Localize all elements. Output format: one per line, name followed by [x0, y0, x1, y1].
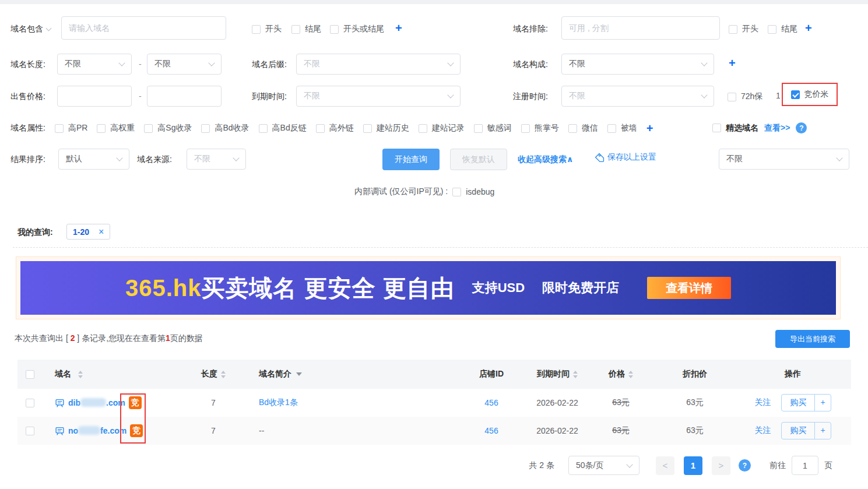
follow-link[interactable]: 关注: [754, 397, 771, 408]
close-icon[interactable]: ×: [99, 227, 104, 237]
prev-page-button[interactable]: <: [656, 456, 674, 475]
view-featured-link[interactable]: 查看>>: [764, 123, 790, 133]
price-min-input[interactable]: [57, 86, 132, 107]
checkbox-box[interactable]: [97, 124, 106, 133]
follow-link[interactable]: 关注: [754, 425, 771, 436]
checkbox-box[interactable]: [712, 124, 721, 132]
checkbox-box[interactable]: [55, 124, 64, 133]
checkbox-box[interactable]: [259, 124, 268, 133]
checkbox-box[interactable]: [363, 124, 372, 133]
checkbox-contain-startend[interactable]: 开头或结尾: [330, 24, 384, 34]
domain-exclude-input[interactable]: [561, 16, 720, 40]
help-icon[interactable]: ?: [739, 459, 751, 472]
add-exclude-condition-button[interactable]: +: [805, 22, 812, 34]
checkbox-attr-site-record[interactable]: 建站记录: [419, 123, 465, 133]
price-max-input[interactable]: [147, 86, 222, 107]
length-max-select[interactable]: 不限: [147, 54, 222, 75]
header-intro[interactable]: 域名简介: [243, 369, 455, 379]
checkbox-attr-blocked[interactable]: 被墙: [607, 123, 637, 133]
banner-cta-button[interactable]: 查看详情: [647, 277, 731, 299]
filter-dropdown-icon[interactable]: [296, 372, 302, 376]
shop-id-link[interactable]: 456: [484, 398, 498, 407]
checkbox-box[interactable]: [252, 25, 261, 34]
checkbox-attr-wechat[interactable]: 微信: [568, 123, 598, 133]
buy-button[interactable]: 购买: [782, 423, 814, 439]
checkbox-box[interactable]: [568, 124, 577, 133]
header-price[interactable]: 价格: [586, 369, 655, 379]
intro-link[interactable]: Bd收录1条: [259, 397, 298, 408]
export-button[interactable]: 导出当前搜索: [775, 330, 850, 348]
add-compose-condition-button[interactable]: +: [729, 57, 736, 69]
regtime-select[interactable]: 不限: [561, 86, 714, 107]
shop-id-link[interactable]: 456: [484, 426, 498, 435]
domain-link[interactable]: dib.com: [68, 398, 125, 407]
checkbox-box[interactable]: [144, 124, 153, 133]
checkbox-box[interactable]: [201, 124, 210, 133]
checkbox-exclude-start[interactable]: 开头: [729, 24, 758, 34]
source-select[interactable]: 不限: [187, 149, 246, 170]
row-checkbox[interactable]: [26, 427, 34, 435]
header-domain[interactable]: 域名: [44, 369, 184, 379]
checkbox-contain-start[interactable]: 开头: [252, 24, 282, 34]
sort-icon[interactable]: [573, 371, 578, 378]
buy-button[interactable]: 购买: [782, 395, 814, 411]
checkbox-contain-end[interactable]: 结尾: [291, 24, 321, 34]
add-to-cart-button[interactable]: +: [814, 423, 830, 439]
checkbox-featured[interactable]: 精选域名: [712, 123, 758, 133]
checkbox-attr-weight[interactable]: 高权重: [97, 123, 135, 133]
sort-icon[interactable]: [628, 371, 633, 378]
checkbox-attr-xiongzhang[interactable]: 熊掌号: [521, 123, 559, 133]
save-settings-link[interactable]: 保存以上设置: [595, 152, 656, 163]
checkbox-box[interactable]: [521, 124, 530, 133]
domain-link[interactable]: nofe.com: [68, 426, 126, 435]
collapse-advanced-link[interactable]: 收起高级搜索∧: [518, 154, 573, 165]
checkbox-box[interactable]: [728, 93, 736, 101]
checkbox-box[interactable]: [316, 124, 325, 133]
checkbox-attr-site-history[interactable]: 建站历史: [363, 123, 409, 133]
domain-input[interactable]: [61, 16, 226, 40]
goto-page-input[interactable]: [792, 456, 818, 475]
checkbox-box-checked[interactable]: [791, 90, 800, 99]
next-page-button[interactable]: >: [712, 456, 730, 475]
add-attr-condition-button[interactable]: +: [646, 122, 653, 134]
checkbox-attr-pr[interactable]: 高PR: [55, 123, 87, 133]
checkbox-attr-extlink[interactable]: 高外链: [316, 123, 354, 133]
ad-banner[interactable]: 365.hk买卖域名 更安全 更自由 支持USD 限时免费开店 查看详情: [20, 261, 836, 315]
page-size-select[interactable]: 50条/页: [568, 456, 639, 475]
length-min-select[interactable]: 不限: [57, 54, 132, 75]
checkbox-box[interactable]: [330, 25, 339, 34]
checkbox-attr-bd-backlink[interactable]: 高Bd反链: [259, 123, 307, 133]
query-tag[interactable]: 1-20 ×: [66, 224, 110, 240]
add-contain-condition-button[interactable]: +: [395, 22, 402, 34]
checkbox-attr-bd-include[interactable]: 高Bd收录: [201, 123, 249, 133]
checkbox-auction[interactable]: 竞价米: [791, 89, 829, 100]
header-expire[interactable]: 到期时间: [528, 369, 586, 379]
header-length[interactable]: 长度: [184, 369, 243, 379]
checkbox-box[interactable]: [607, 124, 616, 133]
domain-contain-label[interactable]: 域名包含: [10, 24, 51, 34]
sort-icon[interactable]: [221, 371, 226, 378]
checkbox-isdebug[interactable]: isdebug: [452, 187, 494, 196]
select-all-checkbox[interactable]: [26, 370, 34, 379]
expire-select[interactable]: 不限: [296, 86, 461, 107]
checkbox-attr-sensitive[interactable]: 敏感词: [474, 123, 512, 133]
right-filter-select[interactable]: 不限: [719, 149, 849, 170]
checkbox-box[interactable]: [452, 188, 461, 196]
add-to-cart-button[interactable]: +: [814, 395, 830, 411]
sort-icon[interactable]: [78, 371, 83, 378]
help-icon[interactable]: ?: [796, 122, 807, 133]
checkbox-exclude-end[interactable]: 结尾: [768, 24, 797, 34]
suffix-select[interactable]: 不限: [296, 54, 461, 75]
checkbox-box[interactable]: [729, 25, 737, 34]
search-button[interactable]: 开始查询: [382, 149, 440, 170]
checkbox-box[interactable]: [419, 124, 427, 133]
checkbox-72h[interactable]: 72h保: [728, 92, 762, 102]
checkbox-box[interactable]: [768, 25, 776, 34]
sort-select[interactable]: 默认: [58, 149, 129, 170]
row-checkbox[interactable]: [26, 399, 34, 407]
reset-button[interactable]: 恢复默认: [450, 149, 507, 170]
checkbox-box[interactable]: [291, 25, 300, 34]
compose-select[interactable]: 不限: [561, 54, 714, 75]
checkbox-box[interactable]: [474, 124, 483, 133]
page-number-button[interactable]: 1: [684, 456, 702, 475]
